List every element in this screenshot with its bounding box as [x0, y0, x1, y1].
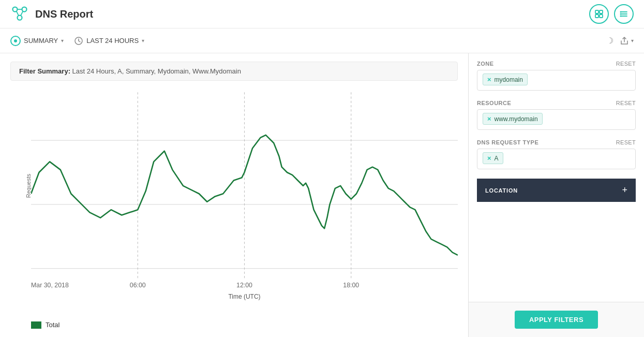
share-icon [620, 36, 629, 46]
zone-reset-link[interactable]: RESET [616, 61, 636, 67]
svg-rect-9 [600, 14, 603, 18]
zone-tag-value: mydomain [495, 76, 523, 83]
resource-filter-section: RESOURCE RESET × www.mydomain [477, 100, 636, 130]
app-logo [10, 5, 29, 23]
moon-icon[interactable]: ☽ [606, 36, 613, 46]
svg-rect-8 [595, 14, 598, 18]
chart-area: Filter Summary: Last 24 Hours, A, Summar… [0, 53, 468, 337]
svg-text:18:00: 18:00 [343, 282, 359, 289]
header-icons [589, 4, 634, 24]
svg-point-2 [18, 16, 22, 20]
dns-type-reset-link[interactable]: RESET [616, 139, 636, 145]
resource-filter-input[interactable]: × www.mydomain [477, 109, 636, 130]
zone-filter-tag: × mydomain [483, 74, 528, 85]
dns-type-filter-section: DNS REQUEST TYPE RESET × A [477, 139, 636, 169]
legend-color [31, 321, 41, 329]
chart-wrapper: Requests 10 5.0 Mar 30, 2018 [10, 87, 458, 319]
chart-inner: Requests 10 5.0 Mar 30, 2018 [31, 87, 458, 300]
toolbar-right: ☽ ▾ [606, 36, 634, 46]
dns-type-filter-input[interactable]: × A [477, 149, 636, 169]
resource-reset-link[interactable]: RESET [616, 100, 636, 106]
svg-point-14 [620, 13, 622, 15]
resource-filter-label: RESOURCE [477, 100, 511, 106]
zone-tag-remove[interactable]: × [487, 76, 491, 83]
filter-summary-label: Filter Summary: [19, 67, 70, 75]
grid-view-button[interactable] [589, 4, 609, 24]
summary-icon [10, 36, 21, 46]
share-chevron: ▾ [631, 38, 634, 43]
share-button[interactable]: ▾ [620, 36, 634, 46]
sidebar: ZONE RESET × mydomain RESOURCE RESET [468, 53, 644, 337]
svg-line-5 [21, 11, 23, 16]
page-title: DNS Report [35, 8, 93, 20]
time-label: LAST 24 HOURS [86, 37, 139, 45]
svg-point-15 [620, 16, 622, 17]
resource-tag-remove[interactable]: × [487, 115, 491, 123]
dns-type-filter-tag: × A [483, 152, 503, 164]
sidebar-footer: APPLY FILTERS [469, 302, 644, 337]
location-section[interactable]: LOCATION + [477, 179, 636, 202]
chart-svg: 10 5.0 Mar 30, 2018 06:00 12:00 18:00 [31, 87, 458, 290]
clock-icon [74, 36, 83, 46]
legend-label: Total [46, 321, 59, 329]
zone-filter-label: ZONE [477, 61, 494, 67]
svg-line-18 [79, 41, 80, 42]
chart-legend: Total [10, 321, 458, 329]
resource-filter-header: RESOURCE RESET [477, 100, 636, 106]
grid-icon [594, 9, 604, 19]
y-axis-label: Requests [25, 174, 32, 198]
svg-text:Mar 30, 2018: Mar 30, 2018 [31, 282, 69, 289]
zone-filter-input[interactable]: × mydomain [477, 70, 636, 91]
svg-text:12:00: 12:00 [236, 282, 252, 289]
svg-point-0 [13, 7, 18, 12]
summary-button[interactable]: SUMMARY ▾ [10, 36, 64, 46]
toolbar: SUMMARY ▾ LAST 24 HOURS ▾ ☽ ▾ [0, 28, 644, 53]
time-range-button[interactable]: LAST 24 HOURS ▾ [74, 36, 144, 46]
summary-label: SUMMARY [24, 37, 58, 45]
list-view-button[interactable] [614, 4, 634, 24]
resource-tag-value: www.mydomain [495, 115, 538, 123]
header-left: DNS Report [10, 5, 93, 23]
svg-rect-7 [600, 10, 603, 13]
location-label: LOCATION [485, 187, 518, 194]
svg-point-13 [620, 11, 622, 13]
dns-type-tag-remove[interactable]: × [487, 154, 491, 162]
sidebar-content: ZONE RESET × mydomain RESOURCE RESET [469, 53, 644, 209]
svg-rect-6 [595, 10, 598, 13]
list-icon [619, 9, 628, 19]
header: DNS Report [0, 0, 644, 28]
filter-summary: Filter Summary: Last 24 Hours, A, Summar… [10, 62, 458, 81]
dns-type-tag-value: A [495, 155, 499, 162]
svg-text:06:00: 06:00 [130, 282, 146, 289]
time-chevron: ▾ [142, 38, 144, 43]
dns-type-filter-label: DNS REQUEST TYPE [477, 139, 538, 145]
apply-filters-button[interactable]: APPLY FILTERS [515, 311, 598, 329]
svg-line-4 [17, 11, 19, 16]
dns-type-filter-header: DNS REQUEST TYPE RESET [477, 139, 636, 145]
filter-summary-value: Last 24 Hours, A, Summary, Mydomain, Www… [72, 67, 241, 75]
zone-filter-header: ZONE RESET [477, 61, 636, 67]
summary-chevron: ▾ [61, 38, 64, 43]
svg-point-1 [22, 7, 27, 12]
x-axis-label: Time (UTC) [31, 293, 458, 300]
location-expand-icon: + [622, 185, 627, 196]
resource-filter-tag: × www.mydomain [483, 113, 543, 125]
main: Filter Summary: Last 24 Hours, A, Summar… [0, 53, 644, 337]
zone-filter-section: ZONE RESET × mydomain [477, 61, 636, 91]
